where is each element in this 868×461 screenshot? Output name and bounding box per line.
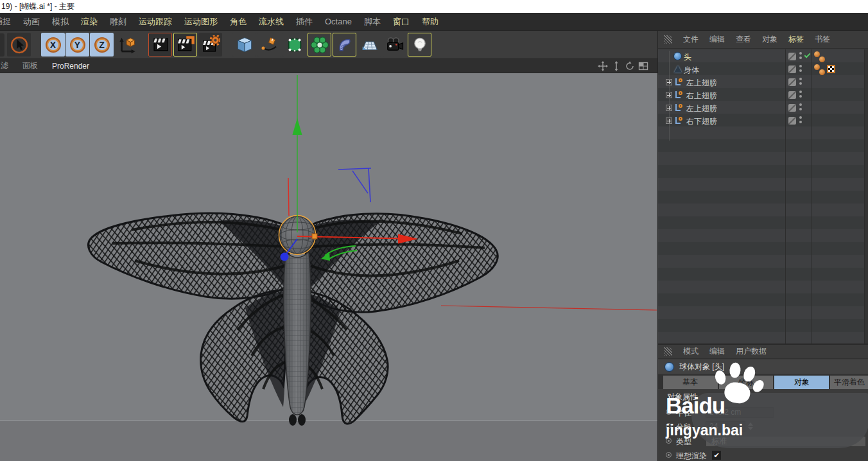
object-label[interactable]: 右下翅膀 — [686, 116, 717, 127]
segments-field[interactable]: 24 — [706, 421, 745, 432]
expand-icon[interactable] — [666, 92, 672, 98]
radius-field[interactable]: 146.2 cm — [706, 407, 774, 418]
am-menu-mode[interactable]: 模式 — [683, 346, 699, 357]
view-layout-icon[interactable] — [638, 61, 648, 71]
viewport-menu-prorender[interactable]: ProRender — [52, 62, 89, 71]
rotate-icon[interactable] — [625, 61, 635, 71]
visibility-dots[interactable] — [799, 65, 802, 74]
texture-tag-icon[interactable] — [827, 65, 835, 73]
tag-ball-icon[interactable] — [814, 51, 820, 57]
z-axis-lock-button[interactable]: Z — [90, 33, 114, 57]
workplane-floor-button[interactable] — [358, 33, 381, 57]
object-row-head[interactable]: 头 — [658, 50, 868, 63]
tab-coordinates[interactable]: 坐标 — [719, 376, 774, 389]
visibility-toggle[interactable] — [788, 53, 796, 60]
stepper-arrows[interactable] — [748, 422, 753, 431]
visibility-toggle[interactable] — [788, 65, 796, 73]
keyframe-circle-icon[interactable] — [666, 409, 672, 415]
menu-item-script[interactable]: 脚本 — [364, 16, 381, 28]
tab-object[interactable]: 对象 — [774, 376, 829, 389]
render-picture-viewer-button[interactable] — [173, 33, 197, 57]
object-label[interactable]: 头 — [684, 52, 691, 63]
y-axis-lock-button[interactable]: Y — [65, 33, 89, 57]
keyframe-circle-icon[interactable] — [666, 423, 672, 429]
subdivision-surface-button[interactable] — [282, 33, 306, 57]
object-row-wing[interactable]: 左上翅膀 — [658, 76, 868, 89]
viewport-menu-filter[interactable]: 过滤 — [0, 60, 8, 71]
object-label[interactable]: 左上翅膀 — [686, 78, 717, 89]
rotation-handle-red[interactable] — [288, 178, 289, 216]
pan-icon[interactable] — [598, 61, 608, 71]
render-settings-button[interactable] — [198, 33, 222, 57]
menu-item-sculpt[interactable]: 雕刻 — [110, 16, 126, 28]
z-axis-handle[interactable] — [281, 253, 289, 261]
om-menu-tags[interactable]: 标签 — [788, 34, 804, 45]
visibility-dots[interactable] — [799, 52, 802, 61]
keyframe-circle-icon[interactable] — [666, 452, 672, 458]
visibility-dots[interactable] — [799, 116, 802, 125]
panel-grip-icon[interactable] — [664, 347, 672, 356]
menu-item-animation[interactable]: 动画 — [23, 16, 40, 28]
om-menu-object[interactable]: 对象 — [762, 34, 777, 45]
viewport-menu-panel[interactable]: 面板 — [22, 60, 38, 71]
x-axis-lock-button[interactable]: X — [41, 33, 65, 57]
window-titlebar: 19) - [蝴蝶.ai *] - 主要 — [0, 0, 868, 13]
expand-icon[interactable] — [666, 79, 672, 85]
expand-icon[interactable] — [666, 105, 672, 111]
zoom-icon[interactable] — [611, 61, 621, 71]
expand-icon[interactable] — [666, 117, 672, 124]
tag-ball-icon[interactable] — [819, 69, 825, 75]
object-row-body[interactable]: 身体 — [658, 63, 868, 76]
menu-item-help[interactable]: 帮助 — [422, 16, 438, 28]
type-dropdown[interactable]: 标准 — [706, 436, 866, 447]
object-label[interactable]: 左上翅膀 — [686, 103, 717, 114]
menu-item-simulate[interactable]: 模拟 — [52, 16, 69, 28]
menu-item-pipeline[interactable]: 流水线 — [259, 16, 284, 28]
object-label[interactable]: 右上翅膀 — [686, 91, 717, 101]
keyframe-circle-icon[interactable] — [666, 438, 672, 444]
menu-item-render[interactable]: 渲染 — [81, 16, 98, 28]
spline-pen-button[interactable] — [257, 33, 281, 57]
render-perfect-checkbox[interactable]: ✔ — [712, 451, 721, 460]
menu-item-snap[interactable]: 捕捉 — [0, 16, 11, 28]
menu-item-window[interactable]: 窗口 — [393, 16, 410, 28]
om-menu-bookmarks[interactable]: 书签 — [815, 34, 830, 45]
render-view-button[interactable] — [148, 33, 172, 57]
menu-item-motion-tracker[interactable]: 运动跟踪 — [139, 16, 172, 28]
object-row-wing[interactable]: 右上翅膀 — [658, 89, 868, 101]
object-row-wing[interactable]: 右下翅膀 — [658, 114, 868, 127]
menu-item-mograph[interactable]: 运动图形 — [184, 16, 218, 28]
deformer-button[interactable] — [333, 33, 356, 57]
tab-basic[interactable]: 基本 — [663, 376, 718, 389]
visibility-toggle[interactable] — [788, 78, 796, 86]
visibility-dots[interactable] — [799, 103, 802, 112]
tab-phong[interactable]: 平滑着色 — [830, 376, 868, 389]
camera-button[interactable] — [383, 33, 406, 57]
mograph-cloner-button[interactable] — [308, 33, 331, 57]
om-menu-file[interactable]: 文件 — [683, 34, 699, 45]
tag-ball-icon[interactable] — [814, 64, 820, 70]
3d-viewport[interactable] — [0, 73, 657, 461]
object-row-wing[interactable]: 左上翅膀 — [658, 101, 868, 114]
panel-grip-icon[interactable] — [664, 35, 672, 44]
plane-handle[interactable] — [312, 234, 317, 239]
enabled-check-icon[interactable] — [804, 52, 811, 58]
light-button[interactable] — [408, 33, 431, 57]
visibility-dots[interactable] — [799, 78, 802, 87]
am-menu-userdata[interactable]: 用户数据 — [736, 346, 767, 357]
am-menu-edit[interactable]: 编辑 — [709, 346, 725, 357]
om-menu-view[interactable]: 查看 — [736, 34, 751, 45]
tag-ball-icon[interactable] — [819, 57, 825, 62]
visibility-toggle[interactable] — [788, 91, 796, 99]
visibility-toggle[interactable] — [788, 104, 796, 112]
menu-item-plugins[interactable]: 插件 — [296, 16, 313, 28]
visibility-dots[interactable] — [799, 91, 802, 100]
om-menu-edit[interactable]: 编辑 — [709, 34, 725, 45]
object-label[interactable]: 身体 — [684, 65, 699, 76]
live-selection-button[interactable] — [7, 33, 31, 57]
menu-item-character[interactable]: 角色 — [230, 16, 247, 28]
menu-item-octane[interactable]: Octane — [325, 17, 352, 26]
coordinate-system-button[interactable] — [114, 33, 138, 57]
add-cube-button[interactable] — [232, 33, 256, 57]
visibility-toggle[interactable] — [788, 117, 796, 125]
